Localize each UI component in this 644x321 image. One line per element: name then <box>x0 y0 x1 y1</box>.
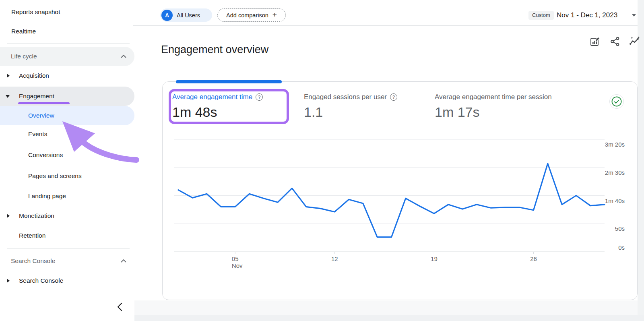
date-range-type-badge: Custom <box>528 11 554 20</box>
sidebar-item-label: Overview <box>0 112 54 119</box>
share-icon[interactable] <box>609 36 621 47</box>
expand-arrow-icon <box>7 74 10 78</box>
sidebar-item-label: Events <box>0 130 47 138</box>
expand-arrow-icon <box>7 279 10 283</box>
metric-value: 1.1 <box>304 104 397 120</box>
sidebar-divider <box>7 295 130 295</box>
sidebar-item-landing-page[interactable]: Landing page <box>0 186 134 206</box>
collapse-arrow-icon <box>6 95 10 98</box>
header-divider <box>133 25 638 26</box>
customize-report-icon[interactable] <box>589 36 601 47</box>
help-icon[interactable]: ? <box>256 93 263 101</box>
sidebar-item-realtime[interactable]: Realtime <box>0 22 134 41</box>
section-header-label: Life cycle <box>0 53 37 60</box>
selected-metric-tab-indicator <box>176 80 282 83</box>
metric-tab-average-engagement-time[interactable]: Average engagement time ? 1m 48s <box>172 93 263 120</box>
sidebar-item-overview[interactable]: Overview <box>0 106 134 125</box>
sidebar-item-search-console[interactable]: Search Console <box>0 271 134 290</box>
expand-arrow-icon <box>7 214 10 218</box>
sidebar-divider <box>7 43 130 43</box>
sidebar-item-label: Reports snapshot <box>0 8 60 16</box>
metric-value: 1m 17s <box>435 104 552 120</box>
date-range-selector[interactable]: Nov 1 - Dec 1, 2023 <box>557 11 617 19</box>
data-quality-icon[interactable] <box>609 94 624 109</box>
sidebar-item-reports-snapshot[interactable]: Reports snapshot <box>0 2 134 22</box>
sidebar-item-label: Retention <box>0 232 45 239</box>
collapse-sidebar-icon[interactable] <box>114 301 126 313</box>
add-comparison-button[interactable]: Add comparison + <box>217 8 286 22</box>
sidebar-item-acquisition[interactable]: Acquisition <box>0 66 134 85</box>
metric-label: Average engagement time per session <box>435 93 552 101</box>
sidebar-section-search-console[interactable]: Search Console <box>0 251 134 271</box>
metric-tab-engaged-sessions-per-user[interactable]: Engaged sessions per user ? 1.1 <box>304 93 397 120</box>
sidebar-item-label: Realtime <box>0 28 36 35</box>
metric-tab-average-engagement-time-per-session[interactable]: Average engagement time per session 1m 1… <box>435 93 552 120</box>
sidebar-item-label: Pages and screens <box>0 172 82 180</box>
annotation-underline <box>18 102 70 104</box>
all-users-segment-chip[interactable]: A All Users <box>160 8 212 22</box>
sidebar-item-events[interactable]: Events <box>0 124 134 144</box>
page-right-edge <box>638 0 644 321</box>
segment-label: All Users <box>177 12 200 19</box>
sidebar-item-retention[interactable]: Retention <box>0 226 134 245</box>
help-icon[interactable]: ? <box>390 93 397 101</box>
metric-label: Engaged sessions per user <box>304 93 387 101</box>
ga4-engagement-overview-page: { "sidebar": { "items": [ {"label": "Rep… <box>0 0 644 321</box>
sidebar-divider <box>7 249 130 249</box>
add-comparison-label: Add comparison <box>226 12 268 19</box>
page-title: Engagement overview <box>161 43 268 56</box>
metric-label: Average engagement time <box>172 93 252 101</box>
section-header-label: Search Console <box>0 257 55 265</box>
sidebar-item-monetization[interactable]: Monetization <box>0 206 134 226</box>
plus-icon: + <box>272 10 277 19</box>
metric-value: 1m 48s <box>172 104 263 120</box>
chevron-down-icon[interactable] <box>632 14 636 17</box>
insights-icon[interactable] <box>629 36 640 47</box>
report-nav-sidebar: Reports snapshot Realtime Life cycle Acq… <box>0 0 134 321</box>
sidebar-item-conversions[interactable]: Conversions <box>0 145 134 165</box>
sidebar-item-pages-and-screens[interactable]: Pages and screens <box>0 166 134 186</box>
segment-avatar: A <box>161 10 173 21</box>
chevron-up-icon <box>121 54 126 58</box>
sidebar-item-label: Conversions <box>0 151 63 159</box>
sidebar-section-life-cycle[interactable]: Life cycle <box>0 47 134 66</box>
sidebar-item-label: Landing page <box>0 193 66 200</box>
chevron-up-icon <box>121 259 126 263</box>
